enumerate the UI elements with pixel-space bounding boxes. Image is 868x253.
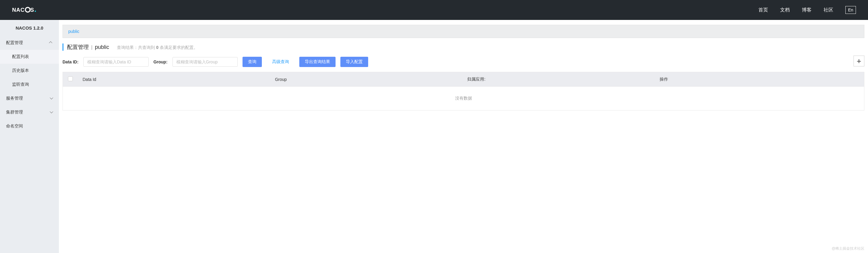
chevron-up-icon — [50, 41, 53, 44]
watermark: @稀土掘金技术社区 — [832, 246, 864, 251]
add-config-button[interactable]: + — [854, 56, 864, 66]
nav-link-blog[interactable]: 博客 — [802, 7, 811, 13]
config-table: Data Id Group 归属应用: 操作 没有数据 — [63, 72, 864, 110]
svg-text:NAC: NAC — [12, 7, 25, 13]
logo[interactable]: NAC S — [12, 6, 54, 14]
nav-link-home[interactable]: 首页 — [758, 7, 768, 13]
select-all-checkbox[interactable] — [68, 76, 73, 81]
data-id-label: Data ID: — [63, 60, 79, 64]
chevron-down-icon — [50, 97, 53, 100]
namespace-tab-public[interactable]: public — [68, 29, 80, 34]
sidebar-item-history[interactable]: 历史版本 — [0, 64, 59, 77]
top-nav: NAC S 首页 文档 博客 社区 En — [0, 0, 868, 20]
sidebar: NACOS 1.2.0 配置管理 配置列表 历史版本 监听查询 服务管理 集群管… — [0, 20, 59, 253]
sidebar-section-label: 命名空间 — [6, 124, 23, 129]
import-button[interactable]: 导入配置 — [340, 57, 368, 67]
search-row: Data ID: Group: 查询 高级查询 导出查询结果 导入配置 + — [63, 57, 864, 67]
main-container: NACOS 1.2.0 配置管理 配置列表 历史版本 监听查询 服务管理 集群管… — [0, 20, 868, 253]
content: public 配置管理 | public 查询结果：共查询到 0 条满足要求的配… — [59, 20, 868, 253]
select-all-header — [63, 72, 78, 87]
data-id-input[interactable] — [83, 57, 149, 67]
sidebar-title: NACOS 1.2.0 — [0, 20, 59, 36]
namespace-bar: public — [63, 25, 864, 38]
svg-point-3 — [35, 10, 36, 12]
sidebar-section-namespace[interactable]: 命名空间 — [0, 119, 59, 133]
table-header-row: Data Id Group 归属应用: 操作 — [63, 72, 864, 87]
plus-icon: + — [857, 57, 861, 66]
advanced-query-button[interactable]: 高级查询 — [267, 57, 294, 67]
query-button[interactable]: 查询 — [243, 57, 262, 67]
sidebar-section-label: 配置管理 — [6, 40, 23, 45]
sidebar-section-service[interactable]: 服务管理 — [0, 92, 59, 105]
sidebar-section-label: 集群管理 — [6, 109, 23, 115]
nav-link-community[interactable]: 社区 — [824, 7, 833, 13]
sidebar-section-config[interactable]: 配置管理 — [0, 36, 59, 50]
nav-links: 首页 文档 博客 社区 En — [758, 6, 856, 14]
group-input[interactable] — [173, 57, 238, 67]
chevron-down-icon — [50, 111, 53, 114]
group-label: Group: — [153, 60, 167, 64]
empty-row: 没有数据 — [63, 87, 864, 110]
column-data-id: Data Id — [78, 72, 270, 87]
sidebar-section-label: 服务管理 — [6, 96, 23, 101]
page-title: 配置管理 — [67, 43, 89, 51]
svg-point-1 — [25, 7, 30, 12]
sidebar-item-listener[interactable]: 监听查询 — [0, 77, 59, 92]
page-title-separator: | — [91, 45, 92, 50]
page-scope: public — [95, 44, 109, 51]
nav-link-docs[interactable]: 文档 — [780, 7, 790, 13]
column-group: Group — [270, 72, 462, 87]
query-result-text: 查询结果：共查询到 0 条满足要求的配置。 — [117, 45, 198, 51]
lang-toggle[interactable]: En — [845, 6, 856, 14]
page-heading: 配置管理 | public 查询结果：共查询到 0 条满足要求的配置。 — [63, 43, 864, 51]
export-button[interactable]: 导出查询结果 — [299, 57, 336, 67]
sidebar-section-cluster[interactable]: 集群管理 — [0, 105, 59, 119]
empty-message: 没有数据 — [63, 87, 864, 110]
column-app: 归属应用: — [462, 72, 655, 87]
column-action: 操作 — [655, 72, 864, 87]
sidebar-item-config-list[interactable]: 配置列表 — [0, 50, 59, 64]
svg-text:S: S — [30, 7, 34, 13]
